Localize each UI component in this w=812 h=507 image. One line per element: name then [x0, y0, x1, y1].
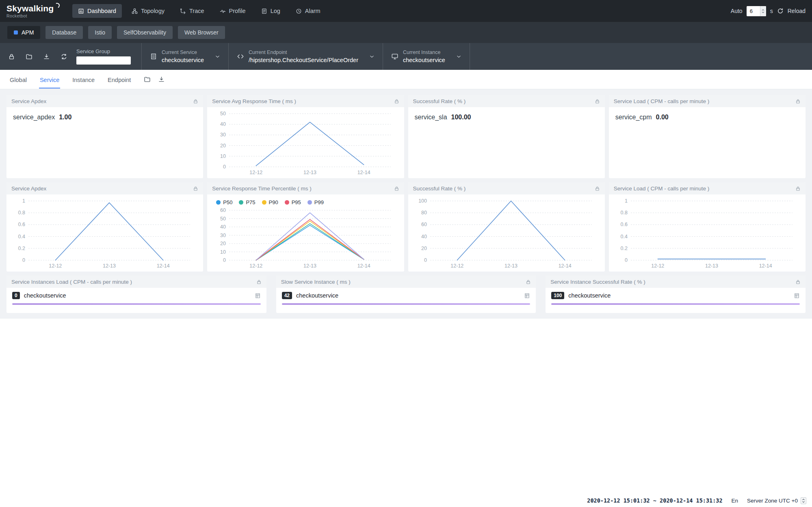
layer-subnav: APM Database Istio SelfObservability Web…	[0, 22, 812, 43]
legend-item-p90[interactable]: P90	[262, 199, 278, 205]
subnav-label: Istio	[95, 29, 105, 36]
folder-icon[interactable]	[26, 53, 32, 60]
lock-icon[interactable]	[193, 99, 198, 104]
subnav-item-istio[interactable]: Istio	[88, 26, 112, 39]
card-title: Service Load ( CPM - calls per minute )	[614, 186, 710, 192]
tab-instance[interactable]: Instance	[71, 71, 95, 88]
svg-text:20: 20	[220, 241, 226, 246]
card-body: 42 checkoutservice	[276, 288, 536, 309]
legend-item-p99[interactable]: P99	[307, 199, 324, 205]
time-range-picker[interactable]: 2020-12-12 15:01:32 ~ 2020-12-14 15:31:3…	[587, 497, 722, 504]
lock-icon[interactable]	[795, 99, 801, 104]
selector-text: Current Endpoint /hipstershop.CheckoutSe…	[249, 50, 358, 63]
card-body: service_sla 100.00	[408, 107, 605, 178]
auto-label: Auto	[731, 8, 743, 14]
table-icon[interactable]	[255, 293, 261, 299]
nav-label: Log	[271, 8, 280, 14]
lock-icon[interactable]	[394, 186, 399, 191]
card-header: Service Load ( CPM - calls per minute )	[609, 182, 806, 194]
svg-text:12-14: 12-14	[157, 263, 170, 269]
reload-label[interactable]: Reload	[788, 8, 806, 14]
language-selector[interactable]: En	[732, 498, 738, 504]
percentile-legend: P50P75P90P95P99	[210, 196, 401, 205]
tab-endpoint[interactable]: Endpoint	[107, 71, 132, 88]
tab-global[interactable]: Global	[9, 71, 28, 88]
tabs-tools	[144, 76, 165, 83]
card-header: Service Load ( CPM - calls per minute )	[609, 95, 806, 107]
card-body: 00.20.40.60.8112-1212-1312-14	[609, 194, 806, 272]
subnav-item-selfobservability[interactable]: SelfObservability	[117, 26, 173, 39]
legend-dot-icon	[216, 200, 221, 205]
subnav-item-web-browser[interactable]: Web Browser	[178, 26, 225, 39]
metric-name: service_cpm	[615, 114, 652, 121]
nav-item-topology[interactable]: Topology	[126, 4, 170, 18]
folder-icon[interactable]	[144, 76, 151, 83]
instance-row[interactable]: 0 checkoutservice	[12, 292, 261, 299]
subnav-item-apm[interactable]: APM	[7, 26, 40, 39]
nav-item-trace[interactable]: Trace	[174, 4, 210, 18]
card-title: Successful Rate ( % )	[413, 98, 466, 104]
building-icon	[150, 53, 157, 60]
lock-icon[interactable]	[8, 53, 15, 60]
successful-rate-chart: 02040608010012-1212-1312-14	[411, 196, 602, 271]
legend-label: P90	[269, 199, 278, 205]
lock-icon[interactable]	[193, 186, 198, 191]
current-endpoint-selector[interactable]: Current Endpoint /hipstershop.CheckoutSe…	[228, 43, 383, 70]
stepper-arrows-icon[interactable]	[760, 6, 766, 16]
current-service-selector[interactable]: Current Service checkoutservice	[141, 43, 228, 70]
instance-row[interactable]: 42 checkoutservice	[282, 292, 531, 299]
card-title: Service Apdex	[11, 98, 46, 104]
legend-label: P50	[223, 199, 232, 205]
download-icon[interactable]	[158, 76, 165, 83]
refresh-icon[interactable]	[61, 53, 67, 60]
dashboard-row-1: Service Apdex service_apdex 1.00 Service…	[6, 95, 806, 178]
card-header: Slow Service Instance ( ms )	[276, 276, 536, 288]
current-instance-selector[interactable]: Current Instance checkoutservice	[383, 43, 470, 70]
instance-progress-bar	[12, 303, 261, 305]
card-title: Service Instance Successful Rate ( % )	[550, 279, 645, 285]
nav-item-profile[interactable]: Profile	[214, 4, 251, 18]
subnav-item-database[interactable]: Database	[45, 26, 83, 39]
dashboard-toolbar: Service Group Current Service checkoutse…	[0, 43, 812, 70]
lock-icon[interactable]	[526, 279, 531, 285]
card-title: Service Response Time Percentile ( ms )	[212, 186, 312, 192]
zone-stepper-icon[interactable]	[801, 497, 806, 504]
lock-icon[interactable]	[595, 186, 600, 191]
nav-item-alarm[interactable]: Alarm	[290, 4, 326, 18]
log-icon	[261, 8, 267, 14]
nav-item-log[interactable]: Log	[256, 4, 286, 18]
card-title: Slow Service Instance ( ms )	[281, 279, 351, 285]
table-icon[interactable]	[794, 293, 800, 299]
chevron-down-icon	[215, 54, 220, 59]
card-title: Successful Rate ( % )	[413, 186, 466, 192]
subnav-label: Database	[52, 29, 76, 36]
nav-label: Profile	[229, 8, 246, 14]
service-group-input[interactable]	[76, 56, 131, 65]
svg-text:40: 40	[220, 224, 226, 230]
logo-swoosh-icon	[54, 2, 61, 9]
legend-item-p50[interactable]: P50	[216, 199, 232, 205]
lock-icon[interactable]	[595, 99, 600, 104]
lock-icon[interactable]	[795, 186, 801, 191]
svg-text:1: 1	[22, 198, 25, 204]
legend-dot-icon	[239, 200, 243, 205]
lock-icon[interactable]	[256, 279, 262, 285]
metric: service_cpm 0.00	[612, 109, 802, 126]
svg-text:12-14: 12-14	[357, 170, 370, 175]
nav-item-dashboard[interactable]: Dashboard	[72, 4, 122, 18]
scope-tabs: Global Service Instance Endpoint	[0, 70, 812, 89]
tab-service[interactable]: Service	[39, 71, 60, 88]
export-icon[interactable]	[43, 53, 50, 60]
legend-item-p95[interactable]: P95	[285, 199, 301, 205]
svg-text:12-12: 12-12	[250, 170, 263, 175]
reload-icon[interactable]	[777, 8, 784, 14]
table-icon[interactable]	[524, 293, 530, 299]
instance-row[interactable]: 100 checkoutservice	[551, 292, 800, 299]
legend-item-p75[interactable]: P75	[239, 199, 255, 205]
lock-icon[interactable]	[795, 279, 801, 285]
auto-interval-stepper[interactable]	[747, 6, 766, 16]
svg-text:0: 0	[223, 257, 226, 263]
subnav-label: SelfObservability	[123, 29, 166, 36]
auto-unit-label: s	[770, 8, 773, 14]
lock-icon[interactable]	[394, 99, 399, 104]
